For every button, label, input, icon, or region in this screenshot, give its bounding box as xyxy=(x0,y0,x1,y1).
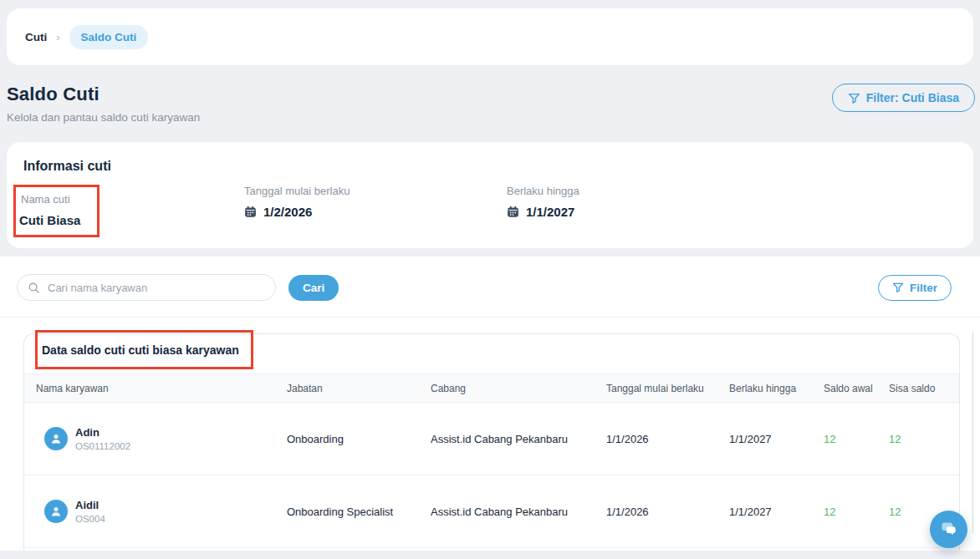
page-header-text: Saldo Cuti Kelola dan pantau saldo cuti … xyxy=(7,84,200,124)
search-box xyxy=(17,274,276,301)
breadcrumb-item-cuti[interactable]: Cuti xyxy=(25,31,47,43)
informasi-cuti-title: Informasi cuti xyxy=(23,159,963,174)
calendar-icon xyxy=(244,206,257,218)
cell-saldo-awal: 12 xyxy=(824,433,889,445)
informasi-cuti-card: Informasi cuti Nama cuti Cuti Biasa Tang… xyxy=(7,142,973,248)
col-saldo-awal: Saldo awal xyxy=(824,383,889,394)
employee-id: OS004 xyxy=(75,514,105,524)
field-nama-cuti: Nama cuti Cuti Biasa xyxy=(23,185,244,237)
search-row: Cari Filter xyxy=(0,257,980,301)
page-subtitle: Kelola dan pantau saldo cuti karyawan xyxy=(7,111,200,124)
chat-fab-button[interactable] xyxy=(930,511,967,548)
employee-text: Adin OS01112002 xyxy=(75,426,130,451)
cell-berlaku-hingga: 1/1/2027 xyxy=(729,433,824,445)
page-title: Saldo Cuti xyxy=(7,84,200,105)
employee-name: Adin xyxy=(75,426,130,439)
cell-berlaku-hingga: 1/1/2027 xyxy=(729,506,824,518)
search-icon xyxy=(28,282,40,294)
cell-tanggal-mulai: 1/1/2026 xyxy=(606,506,729,518)
cell-jabatan: Onboarding xyxy=(287,433,431,445)
employee-cell: Aidil OS004 xyxy=(36,499,287,524)
saldo-cuti-table-card: Data saldo cuti cuti biasa karyawan Nama… xyxy=(23,333,960,551)
funnel-icon xyxy=(892,282,904,293)
field-berlaku-hingga: Berlaku hingga 1/1/2027 xyxy=(507,185,963,219)
scrollbar[interactable] xyxy=(972,333,973,533)
nama-cuti-label: Nama cuti xyxy=(19,193,80,206)
filter-cuti-biasa-button[interactable]: Filter: Cuti Biasa xyxy=(832,84,975,112)
breadcrumb-separator: › xyxy=(56,31,59,43)
breadcrumb: Cuti › Saldo Cuti xyxy=(7,8,973,65)
filter-cuti-biasa-label: Filter: Cuti Biasa xyxy=(866,91,959,104)
col-jabatan: Jabatan xyxy=(287,383,431,394)
field-tanggal-mulai: Tanggal mulai berlaku 1/2/2026 xyxy=(244,185,507,219)
cell-sisa-saldo: 12 xyxy=(889,433,947,445)
calendar-icon xyxy=(507,206,519,218)
tanggal-mulai-label: Tanggal mulai berlaku xyxy=(244,185,507,197)
red-annotation-box-nama-cuti: Nama cuti Cuti Biasa xyxy=(13,185,100,237)
berlaku-hingga-label: Berlaku hingga xyxy=(507,185,963,197)
cell-saldo-awal: 12 xyxy=(824,506,889,518)
table-title: Data saldo cuti cuti biasa karyawan xyxy=(42,343,239,357)
berlaku-hingga-value: 1/1/2027 xyxy=(526,205,574,219)
employee-cell: Adin OS01112002 xyxy=(36,426,287,451)
chat-bubbles-icon xyxy=(939,520,958,539)
employee-id: OS01112002 xyxy=(75,441,130,451)
filter-button[interactable]: Filter xyxy=(878,275,952,301)
table-title-row: Data saldo cuti cuti biasa karyawan xyxy=(24,334,959,374)
table-row[interactable]: Aidil OS004 Onboarding Specialist Assist… xyxy=(24,475,959,548)
cari-button[interactable]: Cari xyxy=(288,275,339,301)
col-berlaku-hingga: Berlaku hingga xyxy=(729,383,824,394)
cell-tanggal-mulai: 1/1/2026 xyxy=(606,433,729,445)
red-annotation-box-table-title: Data saldo cuti cuti biasa karyawan xyxy=(35,330,253,369)
saldo-cuti-panel: Cari Filter Data saldo cuti cuti biasa k… xyxy=(0,257,980,551)
breadcrumb-item-saldo-cuti[interactable]: Saldo Cuti xyxy=(69,25,149,49)
funnel-icon xyxy=(848,92,860,104)
col-tanggal-mulai: Tanggal mulai berlaku xyxy=(606,383,729,394)
nama-cuti-value: Cuti Biasa xyxy=(19,213,80,227)
col-sisa-saldo: Sisa saldo xyxy=(889,383,947,394)
avatar xyxy=(44,427,68,450)
divider xyxy=(0,317,980,318)
informasi-cuti-fields: Nama cuti Cuti Biasa Tanggal mulai berla… xyxy=(23,185,963,237)
table-header-row: Nama karyawan Jabatan Cabang Tanggal mul… xyxy=(24,374,959,403)
table-row[interactable]: Adin OS01112002 Onboarding Assist.id Cab… xyxy=(24,403,959,475)
avatar xyxy=(44,500,68,523)
cell-cabang: Assist.id Cabang Pekanbaru xyxy=(431,506,606,518)
search-input[interactable] xyxy=(48,282,265,294)
col-cabang: Cabang xyxy=(431,383,606,394)
employee-text: Aidil OS004 xyxy=(75,499,105,524)
employee-name: Aidil xyxy=(75,499,105,511)
filter-button-label: Filter xyxy=(910,282,937,294)
page-header: Saldo Cuti Kelola dan pantau saldo cuti … xyxy=(7,84,975,124)
cell-cabang: Assist.id Cabang Pekanbaru xyxy=(431,433,606,445)
tanggal-mulai-value: 1/2/2026 xyxy=(263,205,312,219)
col-nama-karyawan: Nama karyawan xyxy=(36,383,287,394)
cell-jabatan: Onboarding Specialist xyxy=(287,506,431,518)
